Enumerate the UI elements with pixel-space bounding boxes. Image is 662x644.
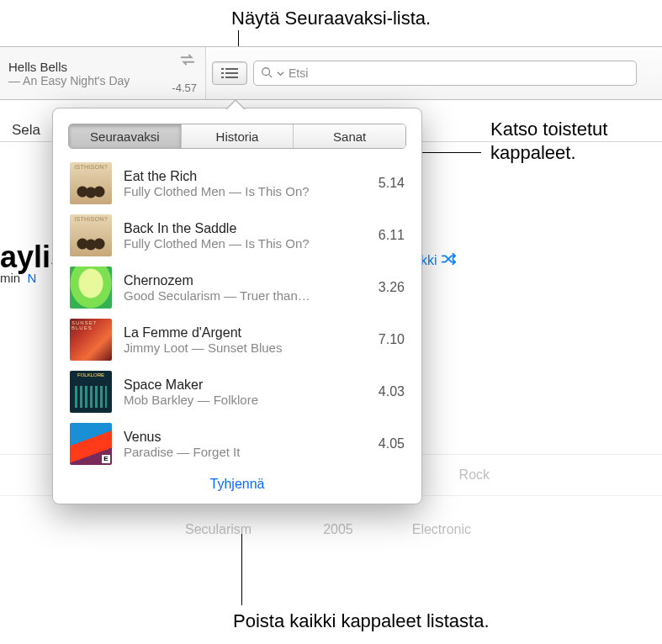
track-row[interactable]: ISTHISON?Eat the RichFully Clothed Men —… (53, 157, 421, 209)
svg-rect-2 (221, 72, 224, 74)
track-duration: 7.10 (379, 332, 405, 347)
svg-rect-5 (225, 77, 238, 78)
repeat-icon[interactable] (178, 52, 197, 70)
track-subtitle: Mob Barkley — Folklore (124, 393, 334, 407)
top-toolbar: Hells Bells — An Easy Night's Day -4.57 (0, 46, 662, 100)
tab-lyrics[interactable]: Sanat (293, 124, 405, 148)
segmented-control: Seuraavaksi Historia Sanat (68, 124, 406, 149)
svg-rect-4 (221, 77, 224, 78)
now-playing-subtitle: — An Easy Night's Day (8, 74, 197, 87)
shuffle-link[interactable]: kki (421, 252, 456, 269)
track-row[interactable]: ISTHISON?Back In the SaddleFully Clothed… (53, 209, 421, 261)
track-subtitle: Paradise — Forget It (124, 445, 334, 459)
album-art: ISTHISON? (70, 162, 112, 204)
track-meta: ChernozemGood Secularism — Truer than… (124, 273, 367, 303)
chevron-down-icon (277, 66, 284, 80)
bg-row: Secularism 2005 Electronic (0, 509, 662, 551)
track-title: Venus (124, 430, 367, 445)
track-subtitle: Fully Clothed Men — Is This On? (124, 184, 334, 198)
track-subtitle: Good Secularism — Truer than… (124, 288, 334, 303)
album-art: SUNSET BLUES (70, 319, 112, 361)
track-duration: 5.14 (379, 176, 405, 191)
svg-rect-3 (225, 72, 238, 74)
track-meta: Back In the SaddleFully Clothed Men — Is… (124, 221, 367, 251)
track-row[interactable]: EVenusParadise — Forget It4.05 (53, 418, 421, 470)
svg-rect-1 (225, 68, 238, 70)
search-placeholder: Etsi (289, 66, 308, 80)
track-duration: 3.26 (379, 280, 405, 295)
track-subtitle: Jimmy Loot — Sunset Blues (124, 340, 334, 355)
now-playing-time: -4.57 (172, 82, 197, 94)
track-title: Space Maker (124, 377, 367, 393)
search-input[interactable]: Etsi (253, 61, 637, 86)
svg-rect-0 (221, 68, 224, 70)
tab-up-next[interactable]: Seuraavaksi (69, 124, 181, 148)
explicit-badge: E (102, 455, 110, 463)
track-row[interactable]: SUNSET BLUESLa Femme d'ArgentJimmy Loot … (53, 314, 421, 366)
album-art: FOLKLORE (70, 371, 112, 413)
track-subtitle: Fully Clothed Men — Is This On? (124, 236, 334, 251)
album-art (70, 267, 112, 309)
track-row[interactable]: FOLKLORESpace MakerMob Barkley — Folklor… (53, 366, 421, 418)
search-icon (261, 66, 273, 81)
up-next-popover: Seuraavaksi Historia Sanat ISTHISON?Eat … (52, 108, 422, 504)
track-duration: 6.11 (379, 228, 405, 243)
browse-label: Sela (12, 122, 40, 139)
playlist-link[interactable]: N (28, 271, 37, 285)
clear-button[interactable]: Tyhjennä (210, 477, 265, 491)
annotation-bottom: Poista kaikki kappaleet listasta. (233, 610, 490, 633)
annotation-top: Näytä Seuraavaksi-lista. (231, 7, 431, 30)
track-duration: 4.03 (379, 384, 405, 399)
track-duration: 4.05 (379, 436, 405, 451)
svg-point-6 (262, 67, 270, 75)
track-meta: La Femme d'ArgentJimmy Loot — Sunset Blu… (124, 325, 367, 355)
track-meta: VenusParadise — Forget It (124, 430, 367, 459)
shuffle-icon (441, 252, 456, 269)
annotation-right-line2: kappaleet. (490, 141, 607, 165)
now-playing-title: Hells Bells (8, 60, 197, 74)
track-title: Eat the Rich (124, 169, 367, 184)
up-next-button[interactable] (212, 61, 247, 85)
track-row[interactable]: ChernozemGood Secularism — Truer than…3.… (53, 261, 421, 314)
track-meta: Eat the RichFully Clothed Men — Is This … (124, 169, 367, 198)
track-title: Back In the Saddle (124, 221, 367, 236)
playlist-subtext: min N (0, 271, 36, 285)
now-playing-display[interactable]: Hells Bells — An Easy Night's Day -4.57 (0, 47, 206, 99)
track-meta: Space MakerMob Barkley — Folklore (124, 377, 367, 407)
track-title: Chernozem (124, 273, 367, 288)
album-art: E (70, 423, 112, 465)
tab-history[interactable]: Historia (181, 124, 294, 148)
album-art: ISTHISON? (70, 214, 112, 256)
track-title: La Femme d'Argent (124, 325, 367, 340)
